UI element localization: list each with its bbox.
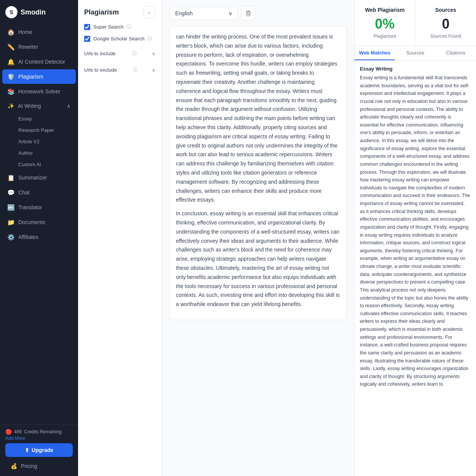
sidebar-nav: 🏠 Home ✏️ Rewriter 🔔 AI Content Detector…: [0, 24, 78, 425]
urls-include-label: Urls to include: [84, 51, 115, 56]
translator-icon: 🔤: [8, 204, 14, 211]
sidebar-item-documents[interactable]: 📁 Documents: [2, 215, 76, 229]
stats-row: Web Plagiarism 0% Plagiarized Sources 0 …: [355, 0, 476, 46]
sidebar-item-rewriter[interactable]: ✏️ Rewriter: [2, 40, 76, 54]
sidebar-item-label: Rewriter: [18, 44, 38, 50]
sidebar-item-label: Translator: [18, 204, 42, 210]
ai-writing-icon: ✨: [8, 103, 14, 109]
sidebar-item-chat[interactable]: 💬 Chat: [2, 185, 76, 200]
sub-item-label: Essay: [18, 116, 32, 122]
urls-exclude-section: Urls to exclude ⓘ ∨: [84, 65, 155, 75]
content-body-text: Essay writing is a fundamental skill tha…: [360, 74, 471, 388]
urls-include-info-icon: ⓘ: [132, 50, 137, 57]
urls-exclude-chevron-icon: ∨: [152, 67, 155, 73]
sidebar-sub-custom-ai[interactable]: Custom AI: [2, 159, 76, 170]
sidebar-item-affiliates[interactable]: ⚙️ Affiliates: [2, 230, 76, 244]
super-search-row: Super Search ⓘ: [84, 24, 155, 30]
homework-icon: 📚: [8, 88, 14, 95]
sidebar-item-label: Documents: [18, 219, 45, 225]
language-toolbar: English ∨: [169, 6, 347, 21]
tab-web-matches[interactable]: Web Matches: [355, 46, 395, 60]
sidebar-item-pricing[interactable]: 💰 Pricing: [5, 460, 73, 472]
credits-count: 489: [14, 429, 22, 434]
google-scholar-checkbox[interactable]: [84, 36, 90, 42]
affiliates-icon: ⚙️: [8, 234, 14, 240]
ai-writing-left: ✨ AI Writing: [8, 103, 41, 109]
super-search-checkbox[interactable]: [84, 24, 90, 30]
app-name: Smodin: [21, 8, 46, 16]
sidebar-sub-author[interactable]: Author: [2, 147, 76, 159]
sidebar-item-label: Chat: [18, 189, 30, 196]
pricing-icon: 💰: [11, 463, 17, 469]
upgrade-icon: ⬆: [25, 447, 29, 453]
sidebar-item-label: Home: [18, 29, 32, 35]
sidebar-item-home[interactable]: 🏠 Home: [2, 25, 76, 39]
sidebar: S Smodin 🏠 Home ✏️ Rewriter 🔔 AI Content…: [0, 0, 78, 476]
essay-paragraph-2: In conclusion, essay writing is an essen…: [176, 209, 340, 309]
content-section-title: Essay Writing: [360, 66, 471, 72]
sources-title: Sources: [422, 7, 470, 13]
clear-button[interactable]: [241, 6, 256, 21]
sidebar-logo: S Smodin: [0, 0, 78, 24]
sidebar-sub-article-v2[interactable]: Article V2: [2, 136, 76, 147]
results-tabs: Web Matches Sources Citations: [355, 46, 476, 61]
plagiarism-icon: 🛡️: [8, 73, 14, 80]
credits-icon: 🔴: [5, 429, 12, 435]
sidebar-footer: 🔴 489 Credits Remaining Add More ⬆ Upgra…: [0, 425, 78, 476]
pricing-label: Pricing: [21, 463, 37, 469]
essay-paragraph-1: can hinder the writing process. One of t…: [176, 32, 340, 205]
sidebar-item-translator[interactable]: 🔤 Translator: [2, 200, 76, 215]
sidebar-item-label: Plagiarism: [18, 74, 43, 80]
chevron-up-icon: ∧: [67, 103, 70, 109]
chat-icon: 💬: [8, 189, 14, 196]
upgrade-button[interactable]: ⬆ Upgrade: [5, 443, 73, 457]
sidebar-item-ai-content-detector[interactable]: 🔔 AI Content Detector: [2, 54, 76, 69]
plagiarized-label: Plagiarized: [361, 34, 409, 39]
web-plagiarism-card: Web Plagiarism 0% Plagiarized: [355, 0, 415, 46]
chevron-down-icon: ∨: [228, 10, 232, 16]
sidebar-item-label: Homework Solver: [18, 88, 60, 95]
super-search-info-icon[interactable]: ⓘ: [127, 24, 131, 30]
urls-exclude-label: Urls to exclude: [84, 67, 117, 73]
plagiarism-options-panel: Plagiarism ‹ Super Search ⓘ Google Schol…: [78, 0, 162, 476]
sub-item-label: Article V2: [18, 139, 40, 144]
sidebar-item-homework-solver[interactable]: 📚 Homework Solver: [2, 84, 76, 99]
add-more-link[interactable]: Add More: [5, 436, 73, 441]
summarizer-icon: 📋: [8, 174, 14, 181]
back-button[interactable]: ‹: [143, 6, 155, 18]
back-arrow-icon: ‹: [149, 10, 150, 15]
trash-icon: [245, 10, 251, 16]
urls-exclude-info-icon: ⓘ: [133, 67, 137, 73]
panel-header: Plagiarism ‹: [84, 6, 155, 18]
essay-text-panel: English ∨ can hinder the writing process…: [162, 0, 354, 476]
detector-icon: 🔔: [8, 58, 14, 65]
sidebar-item-label: Summarizer: [18, 175, 47, 181]
urls-include-header[interactable]: Urls to include ⓘ ∨: [84, 49, 155, 58]
home-icon: 🏠: [8, 29, 14, 35]
sidebar-item-summarizer[interactable]: 📋 Summarizer: [2, 170, 76, 185]
sidebar-item-plagiarism[interactable]: 🛡️ Plagiarism: [2, 69, 76, 84]
essay-content: can hinder the writing process. One of t…: [169, 26, 347, 320]
sidebar-item-label: AI Writing: [18, 103, 41, 109]
sidebar-sub-essay[interactable]: Essay: [2, 113, 76, 124]
tab-sources[interactable]: Sources: [395, 46, 435, 60]
urls-include-chevron-icon: ∨: [152, 51, 155, 56]
language-label: English: [175, 10, 193, 16]
credits-row: 🔴 489 Credits Remaining: [5, 429, 73, 435]
logo-icon: S: [5, 6, 18, 18]
urls-include-section: Urls to include ⓘ ∨: [84, 49, 155, 58]
sidebar-item-ai-writing[interactable]: ✨ AI Writing ∧: [2, 99, 76, 113]
tab-citations[interactable]: Citations: [436, 46, 476, 60]
sources-found-label: Sources Found: [422, 34, 470, 39]
google-scholar-info-icon[interactable]: ⓘ: [147, 35, 152, 42]
sources-card: Sources 0 Sources Found: [415, 0, 476, 46]
sub-item-label: Custom AI: [18, 162, 41, 167]
urls-exclude-header[interactable]: Urls to exclude ⓘ ∨: [84, 65, 155, 75]
sub-item-label: Author: [18, 150, 33, 156]
sources-count: 0: [422, 16, 470, 32]
super-search-label: Super Search: [93, 24, 124, 30]
sidebar-sub-research-paper[interactable]: Research Paper: [2, 125, 76, 136]
plagiarism-results-panel: Web Plagiarism 0% Plagiarized Sources 0 …: [354, 0, 476, 476]
language-selector[interactable]: English ∨: [169, 7, 238, 20]
panel-title: Plagiarism: [84, 8, 119, 16]
